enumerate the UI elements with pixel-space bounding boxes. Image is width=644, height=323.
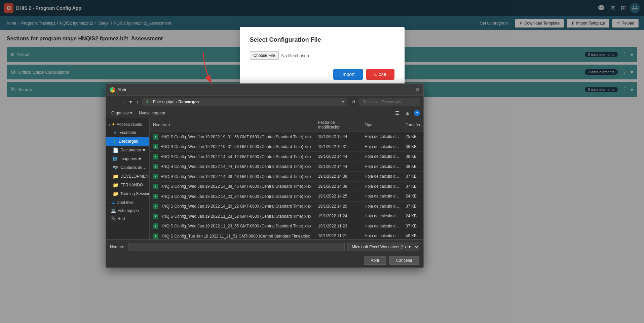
fd-path-arrow-2: › [176,100,177,104]
file-dialog: Abrir ✕ ← → ▾ ↑ ⬇ › Este equipo › Descar… [106,83,424,105]
modal-actions: Import Close [250,69,394,80]
fd-up-button[interactable]: ↑ [135,99,140,105]
fd-path-part-1: Este equipo [153,100,174,104]
modal-file-row: Choose File No file chosen [250,51,394,60]
fd-title-text: Abrir [117,87,126,92]
no-file-label: No file chosen [281,53,309,58]
fd-close-button[interactable]: ✕ [415,86,419,93]
fd-path-bar: ⬇ › Este equipo › Descargas ▾ [142,98,347,105]
select-config-modal: Select Configuration File Choose File No… [240,27,405,88]
fd-forward-button[interactable]: → [119,99,126,105]
fd-titlebar: Abrir ✕ [106,84,423,96]
choose-file-button[interactable]: Choose File [250,51,279,60]
fd-path-part-2: Descargas [178,100,199,104]
fd-path-arrow-1: › [150,100,152,104]
chrome-icon [110,87,115,93]
modal-title: Select Configuration File [250,36,394,43]
fd-nav: ← → ▾ ↑ ⬇ › Este equipo › Descargas ▾ ↺ [106,96,423,105]
fd-back-button[interactable]: ← [109,99,117,105]
fd-download-path-icon: ⬇ [146,100,149,104]
fd-dropdown-button[interactable]: ▾ [128,99,133,105]
fd-path-dropdown: ▾ [342,100,344,104]
close-modal-button[interactable]: Close [366,69,394,80]
fd-title: Abrir [110,87,126,93]
fd-refresh-button[interactable]: ↺ [349,99,357,105]
import-button[interactable]: Import [333,69,363,80]
fd-search-input[interactable] [359,98,420,105]
